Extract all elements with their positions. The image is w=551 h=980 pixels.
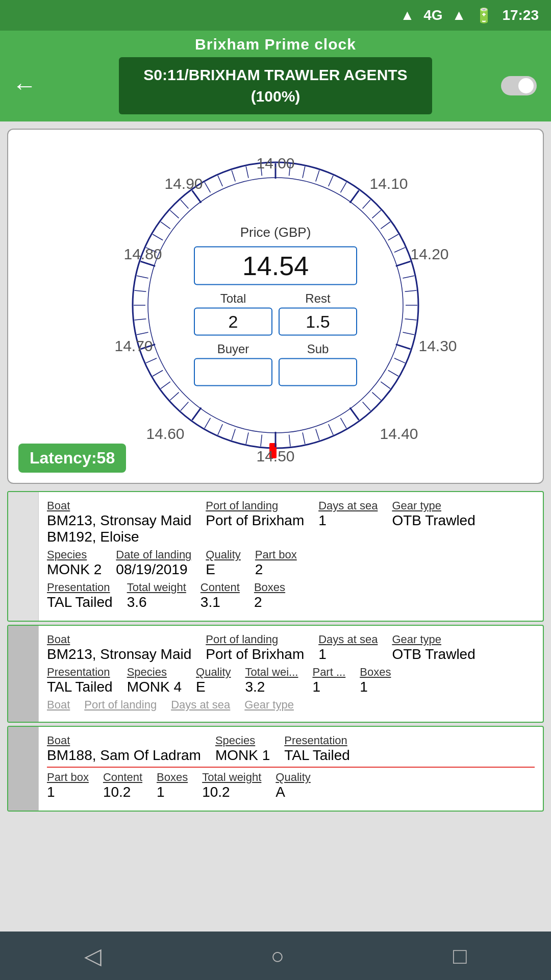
field-label-days: Days at sea bbox=[318, 499, 378, 512]
field-value-days: 1 bbox=[318, 512, 378, 529]
dial-label-right-b: 14.40 bbox=[380, 425, 418, 443]
field-label-part: Part ... bbox=[312, 666, 345, 679]
field-value-days: 1 bbox=[318, 646, 378, 663]
signal-icon: ▲ bbox=[452, 7, 466, 23]
field-value-partbox: 1 bbox=[47, 784, 89, 800]
field-value-quality: A bbox=[276, 784, 310, 800]
sub-label: Sub bbox=[307, 342, 329, 356]
field-value-boxes: 1 bbox=[157, 784, 188, 800]
dial-label-top: 14.00 bbox=[256, 155, 294, 172]
field-label-quality: Quality bbox=[276, 771, 310, 784]
field-value-species: MONK 1 bbox=[215, 747, 270, 764]
field-label-partbox: Part box bbox=[255, 548, 297, 561]
field-value-boat: BM213, Stronsay MaidBM192, Eloise bbox=[47, 512, 191, 545]
wifi-icon: ▲ bbox=[400, 7, 415, 23]
field-label-content: Content bbox=[201, 581, 240, 594]
session-label: S0:11/BRIXHAM TRAWLER AGENTS(100%) bbox=[119, 57, 432, 114]
field-value-boat: BM213, Stronsay Maid bbox=[47, 646, 191, 663]
field-label-totalweight: Total weight bbox=[127, 581, 186, 594]
lot-card: Boat BM213, Stronsay Maid Port of landin… bbox=[7, 625, 544, 723]
clock-panel: // Ticks will be drawn via JS below 14.0… bbox=[7, 129, 544, 484]
latency-badge: Latency:58 bbox=[18, 444, 126, 473]
nav-home-button[interactable]: ○ bbox=[270, 943, 284, 969]
field-value-quality: E bbox=[196, 679, 231, 695]
field-value-boat: BM188, Sam Of Ladram bbox=[47, 747, 201, 764]
field-label-boat: Boat bbox=[47, 499, 191, 512]
time-label: 17:23 bbox=[502, 7, 539, 23]
status-bar: ▲ 4G ▲ 🔋 17:23 bbox=[0, 0, 551, 31]
dial-label-left-t: 14.90 bbox=[164, 175, 203, 192]
field-value-presentation: TAL Tailed bbox=[284, 747, 350, 764]
field-label-boat: Boat bbox=[47, 734, 201, 747]
field-value-quality: E bbox=[206, 561, 240, 578]
rest-input[interactable] bbox=[279, 308, 357, 336]
field-label-presentation: Presentation bbox=[47, 666, 113, 679]
field-label-gear: Gear type bbox=[392, 633, 475, 646]
field-label-presentation: Presentation bbox=[284, 734, 350, 747]
field-label-port2: Port of landing bbox=[84, 698, 157, 712]
field-value-port: Port of Brixham bbox=[206, 646, 304, 663]
field-label-totalweight: Total wei... bbox=[245, 666, 298, 679]
lot-card-body: Boat BM213, Stronsay MaidBM192, Eloise P… bbox=[39, 492, 543, 621]
toggle-knob bbox=[518, 78, 534, 93]
total-input[interactable] bbox=[194, 308, 272, 336]
field-label-content: Content bbox=[103, 771, 142, 784]
battery-icon: 🔋 bbox=[475, 7, 493, 24]
nav-recent-button[interactable]: □ bbox=[453, 943, 467, 969]
price-dial: // Ticks will be drawn via JS below 14.0… bbox=[112, 142, 439, 469]
field-value-totalweight: 10.2 bbox=[202, 784, 261, 800]
back-button[interactable]: ← bbox=[12, 74, 37, 98]
field-value-partbox: 2 bbox=[255, 561, 297, 578]
field-value-boxes: 1 bbox=[360, 679, 391, 695]
field-label-port: Port of landing bbox=[206, 633, 304, 646]
app-title-label: Brixham Prime clock bbox=[195, 36, 356, 53]
field-value-species: MONK 4 bbox=[127, 679, 182, 695]
price-label: Price (GBP) bbox=[240, 225, 311, 240]
network-label: 4G bbox=[423, 7, 442, 23]
lot-card-body: Boat BM213, Stronsay Maid Port of landin… bbox=[39, 626, 543, 722]
field-value-boxes: 2 bbox=[254, 594, 285, 610]
lot-card-indicator bbox=[8, 727, 39, 811]
field-value-presentation: TAL Tailed bbox=[47, 594, 113, 610]
lot-card-indicator bbox=[8, 626, 39, 722]
field-label-boxes: Boxes bbox=[157, 771, 188, 784]
field-label-days: Days at sea bbox=[318, 633, 378, 646]
buyer-input[interactable] bbox=[194, 358, 272, 386]
field-value-species: MONK 2 bbox=[47, 561, 102, 578]
dial-label-right-m: 14.30 bbox=[418, 337, 457, 355]
lot-list: Boat BM213, Stronsay MaidBM192, Eloise P… bbox=[7, 491, 544, 815]
dial-label-bot: 14.50 bbox=[256, 448, 294, 465]
app-bar: Brixham Prime clock ← S0:11/BRIXHAM TRAW… bbox=[0, 31, 551, 121]
field-label-species: Species bbox=[47, 548, 102, 561]
lot-card: Boat BM188, Sam Of Ladram Species MONK 1… bbox=[7, 726, 544, 812]
field-label-boat: Boat bbox=[47, 633, 191, 646]
field-label-totalweight: Total weight bbox=[202, 771, 261, 784]
field-value-part: 1 bbox=[312, 679, 345, 695]
field-value-totalweight: 3.2 bbox=[245, 679, 298, 695]
sub-input[interactable] bbox=[279, 358, 357, 386]
field-value-gear: OTB Trawled bbox=[392, 646, 475, 663]
field-label-quality: Quality bbox=[196, 666, 231, 679]
dial-label-tr1: 14.10 bbox=[369, 175, 408, 192]
field-label-species: Species bbox=[215, 734, 270, 747]
field-value-content: 3.1 bbox=[201, 594, 240, 610]
total-label: Total bbox=[220, 291, 246, 306]
dial-label-right-t: 14.20 bbox=[410, 246, 448, 263]
lot-card-indicator bbox=[8, 492, 39, 621]
toggle-button[interactable] bbox=[501, 76, 537, 95]
nav-bar: ◁ ○ □ bbox=[0, 932, 551, 980]
field-label-quality: Quality bbox=[206, 548, 240, 561]
field-label-port: Port of landing bbox=[206, 499, 304, 512]
price-input[interactable]: 14.54 bbox=[194, 247, 357, 285]
lot-card-body: Boat BM188, Sam Of Ladram Species MONK 1… bbox=[39, 727, 543, 811]
field-value-presentation: TAL Tailed bbox=[47, 679, 113, 695]
field-label-gear2: Gear type bbox=[244, 698, 294, 712]
field-value-port: Port of Brixham bbox=[206, 512, 304, 529]
field-label-presentation: Presentation bbox=[47, 581, 113, 594]
field-value-date: 08/19/2019 bbox=[116, 561, 191, 578]
nav-back-button[interactable]: ◁ bbox=[84, 943, 102, 969]
field-label-days2: Days at sea bbox=[171, 698, 230, 712]
field-label-partbox: Part box bbox=[47, 771, 89, 784]
lot-card: Boat BM213, Stronsay MaidBM192, Eloise P… bbox=[7, 491, 544, 622]
field-label-boxes: Boxes bbox=[360, 666, 391, 679]
